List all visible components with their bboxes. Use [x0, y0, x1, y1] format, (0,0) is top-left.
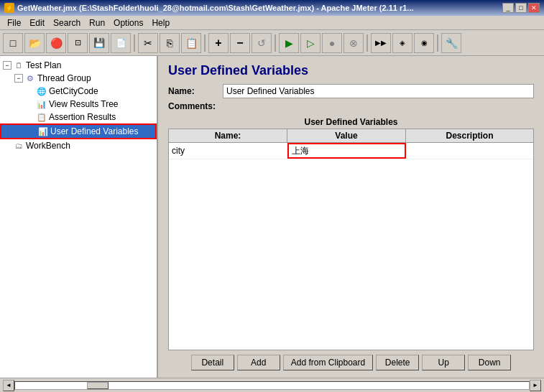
view-results-icon: 📊 — [36, 98, 47, 110]
sidebar-item-assertion-results[interactable]: 📋 Assertion Results — [0, 111, 157, 123]
right-panel: User Defined Variables Name: Comments: U… — [158, 56, 544, 378]
tree-sidebar: − 🗒 Test Plan − ⚙ Thread Group 🌐 GetCity… — [0, 56, 158, 378]
col-header-desc: Description — [406, 129, 533, 142]
comments-label: Comments: — [168, 101, 534, 111]
toolbar-sep1 — [134, 34, 135, 52]
getcitycode-icon: 🌐 — [36, 85, 47, 97]
toolbar-runtest-btn[interactable]: ▷ — [300, 33, 321, 53]
close-button[interactable]: ✕ — [528, 3, 540, 13]
sidebar-item-workbench[interactable]: 🗂 WorkBench — [0, 139, 157, 152]
sidebar-item-view-results[interactable]: 📊 View Results Tree — [0, 98, 157, 111]
expander-test-plan[interactable]: − — [3, 61, 11, 70]
thread-group-icon: ⚙ — [24, 73, 36, 84]
menu-help[interactable]: Help — [147, 17, 174, 29]
toolbar-shutdown-btn[interactable]: ⊗ — [344, 33, 364, 53]
toolbar-save-btn[interactable]: 💾 — [89, 33, 109, 53]
toolbar-collapse-btn[interactable]: − — [230, 33, 250, 53]
window-title: GetWeather.jmx (E:\StashFolder\huoli_28@… — [17, 4, 414, 12]
detail-button[interactable]: Detail — [191, 355, 234, 370]
toolbar-remote2-btn[interactable]: ◈ — [392, 33, 412, 53]
delete-button[interactable]: Delete — [376, 355, 419, 370]
title-bar-content: ⚡ GetWeather.jmx (E:\StashFolder\huoli_2… — [4, 3, 414, 13]
toolbar-open-btn[interactable]: 📂 — [24, 33, 45, 53]
menu-edit[interactable]: Edit — [25, 17, 49, 29]
scroll-thumb[interactable] — [87, 382, 109, 389]
toolbar-close-btn[interactable]: 🔴 — [46, 33, 66, 53]
down-button[interactable]: Down — [468, 355, 511, 370]
scroll-right-arrow[interactable]: ► — [530, 380, 541, 391]
toolbar-paste-btn[interactable]: 📋 — [181, 33, 201, 53]
main-container: − 🗒 Test Plan − ⚙ Thread Group 🌐 GetCity… — [0, 56, 544, 378]
toolbar-cut-btn[interactable]: ✂ — [138, 33, 158, 53]
toolbar-template-btn[interactable]: ⊡ — [68, 33, 88, 53]
window-controls: _ □ ✕ — [502, 3, 540, 13]
toolbar-sep5 — [437, 34, 438, 52]
variables-table: Name: Value Description city 上海 — [168, 129, 534, 350]
sidebar-item-thread-group[interactable]: − ⚙ Thread Group — [0, 72, 157, 85]
name-label: Name: — [168, 86, 218, 96]
app-icon: ⚡ — [4, 3, 14, 13]
sidebar-item-getcitycode[interactable]: 🌐 GetCityCode — [0, 85, 157, 98]
col-header-value: Value — [287, 129, 406, 142]
sidebar-item-user-defined-vars[interactable]: 📊 User Defined Variables — [0, 123, 157, 139]
cell-value-0: 上海 — [287, 143, 406, 159]
menu-search[interactable]: Search — [49, 17, 85, 29]
table-row[interactable]: city 上海 — [169, 143, 533, 159]
expander-thread-group[interactable]: − — [14, 74, 23, 83]
menu-run[interactable]: Run — [85, 17, 109, 29]
toolbar-new-btn[interactable]: □ — [3, 33, 23, 53]
workbench-label: WorkBench — [26, 141, 70, 151]
col-header-name: Name: — [169, 129, 287, 142]
assertion-results-label: Assertion Results — [49, 112, 116, 122]
toolbar-copy-btn[interactable]: ⎘ — [160, 33, 180, 53]
status-bar: ◄ ► — [0, 378, 544, 392]
name-input[interactable] — [223, 84, 534, 98]
table-title: User Defined Variables — [168, 117, 534, 127]
bottom-buttons: Detail Add Add from Clipboard Delete Up … — [168, 355, 534, 370]
toolbar-tools-btn[interactable]: 🔧 — [441, 33, 461, 53]
toolbar: □ 📂 🔴 ⊡ 💾 📄 ✂ ⎘ 📋 + − ↺ ▶ ▷ ● ⊗ ▶▶ ◈ ◉ 🔧 — [0, 30, 544, 56]
maximize-button[interactable]: □ — [515, 3, 527, 13]
menu-file[interactable]: File — [3, 17, 25, 29]
toolbar-sep2 — [204, 34, 206, 52]
panel-title: User Defined Variables — [168, 63, 534, 78]
getcitycode-label: GetCityCode — [49, 86, 98, 96]
user-defined-vars-label: User Defined Variables — [50, 126, 139, 136]
assertion-results-icon: 📋 — [36, 111, 47, 123]
toolbar-remote3-btn[interactable]: ◉ — [414, 33, 434, 53]
minimize-button[interactable]: _ — [502, 3, 514, 13]
table-body: city 上海 — [169, 143, 533, 350]
toolbar-reset-btn[interactable]: ↺ — [252, 33, 272, 53]
test-plan-label: Test Plan — [26, 60, 61, 70]
cell-desc-0 — [406, 143, 533, 159]
cell-name-0: city — [169, 143, 287, 159]
menu-bar: File Edit Search Run Options Help — [0, 16, 544, 30]
view-results-label: View Results Tree — [49, 99, 119, 109]
thread-group-label: Thread Group — [37, 73, 91, 83]
up-button[interactable]: Up — [422, 355, 465, 370]
scroll-left-arrow[interactable]: ◄ — [3, 380, 14, 391]
name-field-row: Name: — [168, 84, 534, 98]
toolbar-run-btn[interactable]: ▶ — [279, 33, 299, 53]
add-button[interactable]: Add — [237, 355, 280, 370]
toolbar-stop-btn[interactable]: ● — [322, 33, 342, 53]
sidebar-item-test-plan[interactable]: − 🗒 Test Plan — [0, 59, 157, 72]
toolbar-sep4 — [366, 34, 368, 52]
toolbar-saveas-btn[interactable]: 📄 — [111, 33, 131, 53]
workbench-icon: 🗂 — [13, 140, 24, 151]
toolbar-expand-btn[interactable]: + — [208, 33, 229, 53]
horizontal-scrollbar[interactable] — [14, 381, 530, 390]
user-defined-vars-icon: 📊 — [37, 126, 49, 137]
menu-options[interactable]: Options — [109, 17, 147, 29]
toolbar-remote1-btn[interactable]: ▶▶ — [371, 33, 391, 53]
toolbar-sep3 — [275, 34, 276, 52]
title-bar: ⚡ GetWeather.jmx (E:\StashFolder\huoli_2… — [0, 0, 544, 16]
test-plan-icon: 🗒 — [13, 60, 24, 71]
table-header: Name: Value Description — [169, 129, 533, 143]
add-from-clipboard-button[interactable]: Add from Clipboard — [283, 355, 373, 370]
